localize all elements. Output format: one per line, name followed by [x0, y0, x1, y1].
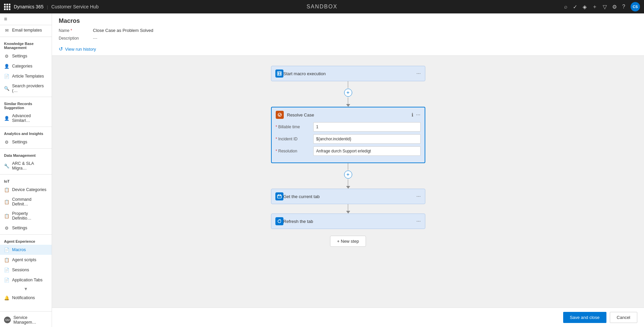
sidebar-item-notifications[interactable]: 🔔 Notifications — [0, 293, 52, 303]
macro-canvas: Start macro execution ··· + — [52, 56, 644, 308]
sidebar-item-agent-scripts[interactable]: 📋 Agent scripts — [0, 255, 52, 265]
resolve-case-node: Resolve Case ℹ ··· Billable time Inciden… — [271, 107, 425, 163]
resolve-case-title: Resolve Case — [287, 112, 409, 118]
sidebar-label-property-definit: Property Definitio… — [12, 211, 48, 221]
nav-separator: | — [47, 4, 48, 9]
sidebar-label-device-categories: Device Categories — [12, 187, 46, 192]
sessions-icon: 📄 — [4, 267, 9, 273]
section-data-management: Data Management — [0, 150, 52, 159]
location-icon[interactable]: ◈ — [583, 4, 587, 10]
sidebar-scroll-down[interactable]: ▼ — [0, 285, 52, 293]
svg-rect-1 — [278, 72, 279, 75]
get-current-tab-node: Get the current tab ··· — [271, 189, 425, 204]
search-icon[interactable]: ⌕ — [564, 4, 568, 10]
sidebar-item-property-definit[interactable]: 📋 Property Definitio… — [0, 209, 52, 223]
sidebar-item-sessions[interactable]: 📄 Sessions — [0, 265, 52, 275]
sidebar-item-article-templates[interactable]: 📄 Article Templates — [0, 71, 52, 81]
section-knowledge-base: Knowledge Base Management — [0, 38, 52, 51]
search-providers-icon: 🔍 — [4, 86, 9, 91]
check-circle-icon[interactable]: ✓ — [573, 4, 577, 10]
new-step-button[interactable]: + New step — [330, 236, 366, 247]
command-definit-icon: 📋 — [4, 199, 9, 204]
sidebar-label-settings-iot: Settings — [12, 226, 27, 230]
help-icon[interactable]: ? — [622, 4, 625, 10]
settings-icon[interactable]: ⚙ — [612, 4, 617, 10]
sandbox-title: SANDBOX — [307, 4, 337, 9]
name-value: Close Case as Problem Solved — [93, 28, 153, 33]
user-avatar[interactable]: CS — [631, 2, 640, 11]
get-tab-icon — [275, 192, 283, 200]
description-label: Description — [59, 36, 89, 41]
email-templates-icon: ✉ — [4, 28, 9, 33]
name-row: Name Close Case as Problem Solved — [59, 28, 637, 33]
refresh-tab-node: Refresh the tab ··· — [271, 214, 425, 229]
arrow-head-3 — [346, 211, 350, 214]
sidebar-item-settings-ai[interactable]: ⚙ Settings — [0, 137, 52, 147]
run-history-label: View run history — [65, 47, 96, 52]
svg-rect-5 — [278, 194, 279, 196]
page-footer: Save and close Cancel — [52, 308, 644, 327]
sidebar: ≡ ✉ Email templates Knowledge Base Manag… — [0, 13, 52, 327]
sidebar-item-command-definit[interactable]: 📋 Command Definit… — [0, 195, 52, 209]
refresh-tab-menu-icon[interactable]: ··· — [416, 218, 421, 224]
resolve-case-actions: ℹ ··· — [412, 112, 420, 118]
settings-kb-icon: ⚙ — [4, 53, 9, 59]
sidebar-label-sessions: Sessions — [12, 268, 29, 272]
plus-icon[interactable]: ＋ — [592, 3, 597, 10]
sidebar-label-agent-scripts: Agent scripts — [12, 258, 36, 262]
cancel-button[interactable]: Cancel — [610, 312, 637, 323]
agent-scripts-icon: 📋 — [4, 257, 9, 263]
resolve-case-info-icon[interactable]: ℹ — [412, 112, 413, 118]
incident-id-input[interactable] — [313, 134, 421, 144]
save-close-button[interactable]: Save and close — [563, 312, 606, 323]
flow-container: Start macro execution ··· + — [268, 66, 429, 247]
svg-rect-4 — [277, 195, 281, 198]
add-step-btn-1[interactable]: + — [344, 89, 352, 97]
filter-icon[interactable]: ▽ — [603, 4, 607, 10]
categories-icon: 👤 — [4, 63, 9, 69]
resolution-input[interactable] — [313, 146, 421, 156]
sidebar-label-article-templates: Article Templates — [12, 74, 44, 79]
notifications-icon: 🔔 — [4, 295, 9, 300]
arrow-line-1b — [348, 97, 348, 104]
sidebar-item-application-tabs[interactable]: 📄 Application Tabs — [0, 275, 52, 285]
billable-time-label: Billable time — [276, 125, 309, 129]
advanced-similar-icon: 👤 — [4, 115, 9, 121]
view-run-history-link[interactable]: ↺ View run history — [59, 43, 637, 55]
sidebar-item-settings-kb[interactable]: ⚙ Settings — [0, 51, 52, 61]
connector-1: + — [344, 81, 352, 107]
sidebar-item-advanced-similar[interactable]: 👤 Advanced Similarl… — [0, 111, 52, 125]
apps-icon[interactable] — [4, 4, 10, 10]
add-step-btn-2[interactable]: + — [344, 171, 352, 179]
resolve-case-menu-icon[interactable]: ··· — [416, 112, 420, 118]
page-title: Macros — [59, 17, 637, 25]
arrow-line-1 — [348, 81, 348, 88]
sidebar-item-search-providers[interactable]: 🔍 Search providers (… — [0, 81, 52, 95]
resolution-label: Resolution — [276, 149, 309, 153]
start-macro-icon — [275, 69, 283, 78]
sidebar-label-categories: Categories — [12, 64, 32, 68]
sidebar-item-arc-sla[interactable]: 🔧 ARC & SLA Migra… — [0, 159, 52, 173]
start-macro-actions: ··· — [416, 71, 421, 77]
property-definit-icon: 📋 — [4, 213, 9, 219]
sidebar-item-device-categories[interactable]: 📋 Device Categories — [0, 185, 52, 195]
get-tab-menu-icon[interactable]: ··· — [416, 193, 421, 199]
sidebar-item-settings-iot[interactable]: ⚙ Settings — [0, 223, 52, 233]
get-tab-actions: ··· — [416, 193, 421, 199]
sidebar-collapse-button[interactable]: ≡ — [0, 13, 52, 25]
sidebar-label-search-providers: Search providers (… — [12, 84, 48, 93]
sidebar-item-macros[interactable]: 📄 Macros — [0, 245, 52, 255]
name-label: Name — [59, 28, 89, 33]
sidebar-label-settings-kb: Settings — [12, 54, 27, 58]
sidebar-item-service-management[interactable]: SM Service Managem… — [0, 313, 52, 327]
service-management-icon: SM — [4, 317, 11, 323]
sidebar-item-email-templates[interactable]: ✉ Email templates — [0, 25, 52, 35]
field-incident-id: Incident ID — [276, 134, 421, 144]
start-macro-menu-icon[interactable]: ··· — [416, 71, 421, 77]
resolve-case-icon — [276, 111, 284, 119]
sidebar-label-macros: Macros — [12, 247, 26, 252]
billable-time-input[interactable] — [313, 122, 421, 132]
page-header: Macros Name Close Case as Problem Solved… — [52, 13, 644, 56]
sidebar-item-categories[interactable]: 👤 Categories — [0, 61, 52, 71]
sidebar-label-command-definit: Command Definit… — [12, 197, 48, 206]
